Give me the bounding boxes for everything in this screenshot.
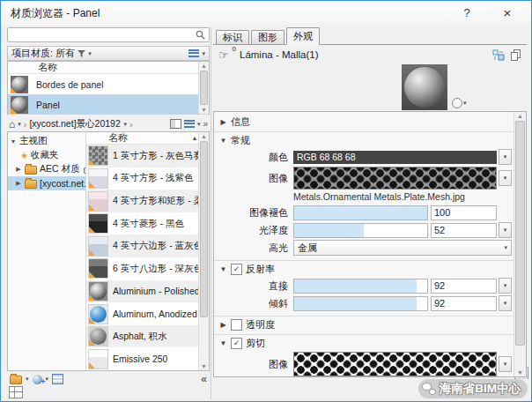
- create-library-icon[interactable]: [10, 376, 22, 384]
- home-icon[interactable]: ⌂: [9, 118, 15, 130]
- color-row: 颜色 RGB 68 68 68 ▾: [214, 149, 514, 165]
- highlights-select[interactable]: 金属 ▾: [293, 240, 512, 256]
- direct-dropdown-button[interactable]: ▾: [499, 278, 512, 294]
- create-library-dropdown-icon[interactable]: ▾: [26, 376, 29, 383]
- scroll-thumb[interactable]: [200, 141, 208, 317]
- library-list-scrollbar[interactable]: ▲ ▼: [198, 132, 209, 370]
- view-options-icon[interactable]: [188, 49, 199, 57]
- collapse-arrow-icon[interactable]: ▼: [10, 138, 17, 145]
- tab-appearance[interactable]: 外观: [286, 27, 320, 45]
- material-name: 4 英寸方形和矩形 - 柔和粉红色: [113, 195, 199, 207]
- oblique-slider[interactable]: [293, 296, 428, 311]
- home-dropdown-icon[interactable]: ▾: [18, 121, 21, 128]
- direct-slider[interactable]: [293, 279, 428, 294]
- library-material-row[interactable]: 4 英寸方形 - 浅紫色: [86, 168, 199, 190]
- color-dropdown-button[interactable]: ▾: [499, 149, 512, 165]
- replace-asset-icon[interactable]: [492, 49, 505, 61]
- material-name: Aluminium - Polished: [113, 286, 199, 296]
- tree-item-xycost-library[interactable]: ▶ [xycost.net...: [8, 176, 85, 190]
- tab-identity[interactable]: 标识: [216, 30, 249, 44]
- project-list-scrollbar[interactable]: ▲ ▼: [198, 62, 209, 114]
- image-fade-value[interactable]: 100: [431, 205, 497, 220]
- more-tools-icon[interactable]: »: [203, 119, 208, 129]
- library-material-row[interactable]: 4 英寸六边形 - 蓝灰色: [86, 234, 199, 257]
- cutouts-checkbox[interactable]: ✓: [231, 338, 242, 349]
- tab-graphics[interactable]: 图形: [251, 30, 284, 44]
- scroll-up-icon[interactable]: ▲: [514, 112, 526, 120]
- collapse-arrow-icon[interactable]: ▼: [219, 137, 227, 145]
- section-header-transparency[interactable]: ▶ 透明度: [214, 318, 514, 331]
- glossiness-dropdown-button[interactable]: ▾: [499, 222, 512, 238]
- collapse-arrow-icon[interactable]: ▼: [219, 265, 227, 273]
- glossiness-value[interactable]: 52: [431, 223, 497, 238]
- scroll-down-icon[interactable]: ▼: [514, 368, 526, 376]
- name-column-header[interactable]: 名称: [86, 132, 193, 144]
- expand-arrow-icon[interactable]: ▶: [15, 180, 22, 187]
- create-material-dropdown-icon[interactable]: ▾: [46, 376, 49, 383]
- scroll-down-icon[interactable]: ▼: [199, 106, 209, 114]
- library-material-row[interactable]: Aluminium - Polished: [86, 280, 199, 303]
- collapse-arrow-icon[interactable]: ▼: [219, 339, 227, 347]
- tree-item-home-view[interactable]: ▼ 主视图: [8, 134, 85, 148]
- view-options-dropdown-icon[interactable]: ▾: [202, 50, 205, 57]
- material-editor-icon[interactable]: [52, 374, 63, 384]
- project-material-row-selected[interactable]: Panel: [8, 94, 209, 115]
- section-header-generic[interactable]: ▼ 常规: [214, 134, 514, 147]
- glossiness-slider[interactable]: [293, 223, 428, 238]
- titlebar[interactable]: 材质浏览器 - Panel ? ×: [1, 1, 531, 26]
- material-preview-sphere[interactable]: [402, 64, 447, 110]
- search-bar[interactable]: [7, 27, 210, 42]
- section-header-cutouts[interactable]: ▼ ✓ 剪切: [214, 337, 514, 350]
- expand-arrow-icon[interactable]: ▶: [15, 166, 22, 173]
- mesh-texture-preview[interactable]: [293, 167, 497, 190]
- library-material-row[interactable]: 4 英寸菱形 - 黑色: [86, 212, 199, 235]
- library-view-options-icon[interactable]: [184, 120, 195, 128]
- library-material-row[interactable]: Aluminum, Anodized Silver: [86, 302, 199, 325]
- section-header-reflectivity[interactable]: ▼ ✓ 反射率: [214, 263, 514, 276]
- color-swatch[interactable]: RGB 68 68 68: [293, 151, 497, 164]
- tree-item-favorites[interactable]: ★ 收藏夹: [8, 148, 85, 162]
- library-material-row[interactable]: Emissive 250: [86, 347, 199, 370]
- cutout-image-dropdown-button[interactable]: ▾: [499, 356, 512, 372]
- search-input[interactable]: [8, 28, 196, 41]
- project-list-header[interactable]: 名称: [8, 62, 209, 74]
- scroll-thumb[interactable]: [200, 71, 208, 105]
- cutout-texture-preview[interactable]: [293, 352, 497, 376]
- library-material-row[interactable]: 1 英寸方形 - 灰色马赛克: [86, 145, 199, 168]
- name-column-header[interactable]: 名称: [8, 62, 209, 73]
- direct-value[interactable]: 92: [431, 279, 497, 294]
- transparency-checkbox[interactable]: [231, 319, 242, 331]
- oblique-value[interactable]: 92: [431, 296, 497, 311]
- duplicate-asset-icon[interactable]: [510, 49, 521, 61]
- expand-arrow-icon[interactable]: ▶: [219, 118, 227, 126]
- image-dropdown-button[interactable]: ▾: [499, 170, 512, 186]
- create-material-icon[interactable]: +: [33, 375, 42, 384]
- breadcrumb-dropdown-icon[interactable]: ▾: [123, 121, 127, 128]
- library-material-row[interactable]: Asphalt, 积水: [86, 325, 199, 348]
- scroll-thumb[interactable]: [515, 121, 525, 346]
- scroll-down-icon[interactable]: ▼: [199, 362, 209, 370]
- library-list-header[interactable]: 名称 ▴: [86, 132, 199, 145]
- scroll-up-icon[interactable]: ▲: [199, 62, 209, 70]
- image-fade-slider[interactable]: [293, 205, 428, 220]
- help-button[interactable]: ?: [457, 4, 477, 20]
- properties-scrollbar[interactable]: ▲ ▼: [514, 112, 526, 376]
- project-materials-header[interactable]: 项目材质: 所有 ▾ ▾: [7, 46, 210, 61]
- filter-dropdown-icon[interactable]: ▾: [88, 50, 92, 57]
- library-material-row[interactable]: 4 英寸方形和矩形 - 柔和粉红色: [86, 190, 199, 212]
- preview-shape-selector[interactable]: ▾: [452, 98, 467, 108]
- collapse-library-button[interactable]: «: [201, 373, 207, 385]
- oblique-dropdown-button[interactable]: ▾: [499, 295, 512, 311]
- close-button[interactable]: ×: [498, 4, 517, 20]
- section-header-information[interactable]: ▶ 信息: [214, 115, 514, 129]
- asset-browser-toggle[interactable]: [7, 385, 210, 399]
- expand-arrow-icon[interactable]: ▶: [219, 321, 227, 329]
- library-material-row[interactable]: 6 英寸八边形 - 深灰色: [86, 257, 199, 280]
- tree-item-aec-materials[interactable]: ▶ AEC 材质: [8, 162, 85, 176]
- reflectivity-checkbox[interactable]: ✓: [231, 264, 242, 275]
- project-material-row[interactable]: Bordes de panel: [8, 74, 209, 94]
- breadcrumb[interactable]: [xycost.net]景心2019212 - ...: [29, 118, 121, 130]
- scroll-up-icon[interactable]: ▲: [199, 132, 209, 140]
- library-view-dropdown-icon[interactable]: ▾: [197, 121, 201, 128]
- toggle-tree-pane-icon[interactable]: [170, 119, 181, 129]
